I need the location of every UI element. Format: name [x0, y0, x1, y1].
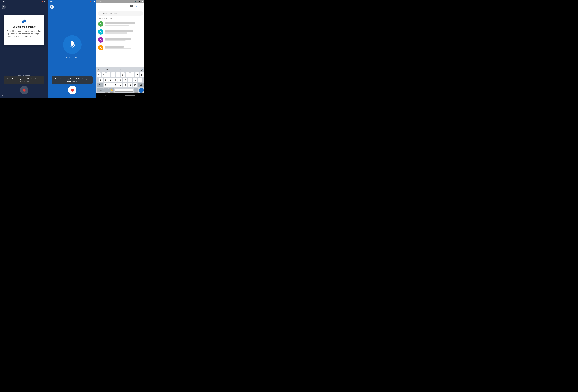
mic-icon[interactable]: 🎤: [140, 69, 144, 71]
svg-rect-1: [23, 22, 23, 23]
keyboard: › I'm I if 🎤 q w e r t y u i o p a s d f…: [96, 67, 144, 93]
key-h[interactable]: h: [123, 78, 127, 82]
key-s[interactable]: s: [103, 78, 108, 82]
toolbar-3: ✕ ⋮: [96, 3, 144, 10]
toolbar-close-button[interactable]: ✕: [98, 4, 101, 8]
svg-rect-2: [24, 22, 25, 23]
key-m[interactable]: m: [133, 83, 137, 87]
key-n[interactable]: n: [128, 83, 132, 87]
key-comma[interactable]: ,: [104, 88, 109, 92]
key-r[interactable]: r: [111, 73, 115, 77]
dialog-share-moments: Share more moments Send video or voice m…: [4, 15, 45, 45]
battery-icon-2: ▮: [94, 1, 95, 2]
key-y[interactable]: y: [121, 73, 125, 77]
microphone-icon: [69, 40, 76, 49]
ok-button[interactable]: OK: [7, 40, 41, 43]
avatar-3: A: [98, 37, 103, 42]
close-icon-1: ✕: [3, 6, 5, 8]
key-period[interactable]: .: [134, 88, 138, 92]
close-icon-2: ✕: [51, 6, 53, 8]
space-key[interactable]: [115, 89, 133, 91]
key-p[interactable]: p: [140, 73, 144, 77]
nav-down-icon[interactable]: ▾: [105, 95, 106, 97]
key-z[interactable]: z: [103, 83, 108, 87]
expand-suggestions-icon[interactable]: ›: [97, 69, 100, 71]
contact-info-1: [105, 22, 143, 26]
key-k[interactable]: k: [133, 78, 137, 82]
mic-circle[interactable]: [63, 35, 82, 54]
wifi-icon-3: ▲: [141, 1, 142, 2]
avatar-1: A: [98, 21, 103, 27]
status-icons-2: 🔕 ▲ ▮: [90, 1, 95, 2]
key-b[interactable]: b: [123, 83, 127, 87]
panel-2: 9:26 🔕 ▲ ▮ ✕ Voice message Record a mess…: [48, 0, 96, 98]
record-button-2[interactable]: [68, 86, 77, 94]
key-c[interactable]: c: [113, 83, 118, 87]
keyboard-row-4: ?123 , 😊 . ✓: [97, 88, 144, 93]
calendar-status-icon: 31: [137, 1, 138, 2]
status-time-1: 9:26: [1, 1, 4, 2]
record-tooltip-2: Record a message to send to friends! Tap…: [52, 76, 93, 84]
status-bar-1: 9:26 🔕 ▲ ▮: [0, 0, 48, 3]
toolbar-more-icon[interactable]: ⋮: [139, 4, 143, 8]
key-a[interactable]: a: [99, 78, 103, 82]
contact-item-4[interactable]: A: [96, 44, 144, 52]
wifi-icon-2: ▲: [92, 1, 93, 2]
enter-key[interactable]: ✓: [139, 88, 144, 93]
search-bar[interactable]: [98, 11, 143, 16]
contact-name-3: [105, 38, 131, 39]
section-label: CONNECT ON DUO: [96, 17, 144, 20]
suggestion-i[interactable]: I: [114, 68, 127, 71]
status-bar-2: 9:26 🔕 ▲ ▮: [48, 0, 96, 3]
key-j[interactable]: j: [128, 78, 132, 82]
key-w[interactable]: w: [101, 73, 106, 77]
key-q[interactable]: q: [97, 73, 101, 77]
key-i[interactable]: i: [130, 73, 134, 77]
svg-rect-6: [71, 41, 74, 46]
shift-key[interactable]: ⇧: [97, 83, 103, 87]
toolbar-video-icon[interactable]: [129, 4, 133, 8]
toolbar-phone-icon[interactable]: [134, 4, 138, 8]
key-g[interactable]: g: [118, 78, 123, 82]
key-l[interactable]: l: [138, 78, 142, 82]
suggestion-im[interactable]: I'm: [100, 68, 114, 71]
key-x[interactable]: x: [108, 83, 113, 87]
key-u[interactable]: u: [126, 73, 130, 77]
contact-sub-2: [105, 33, 128, 34]
contact-item-2[interactable]: A: [96, 28, 144, 36]
panel-3: 10:24 📷 31 📳 ▲ ▮ ✕ ⋮: [96, 0, 144, 98]
key-f[interactable]: f: [113, 78, 118, 82]
svg-point-5: [24, 19, 25, 20]
back-icon-1[interactable]: ‹: [2, 94, 3, 97]
contact-sub-1: [105, 25, 130, 26]
status-bar-3: 10:24 📷 31 📳 ▲ ▮: [96, 0, 144, 3]
contact-item-3[interactable]: A: [96, 36, 144, 44]
key-o[interactable]: o: [135, 73, 139, 77]
contact-info-4: [105, 46, 143, 49]
delete-key[interactable]: ⌫: [138, 83, 144, 87]
close-button-2[interactable]: ✕: [50, 5, 54, 9]
key-d[interactable]: d: [108, 78, 113, 82]
contact-name-4: [105, 46, 124, 47]
contact-sub-4: [105, 48, 131, 49]
home-indicator-3: [125, 95, 135, 96]
record-dot-1: [23, 89, 26, 91]
avatar-2: A: [98, 29, 103, 35]
suggestion-if[interactable]: if: [127, 68, 140, 71]
home-indicator-2: [67, 97, 78, 97]
contact-item-1[interactable]: A: [96, 20, 144, 28]
emoji-key[interactable]: 😊: [109, 88, 114, 92]
record-button-1[interactable]: [20, 86, 28, 94]
contact-name-1: [105, 22, 135, 24]
key-e[interactable]: e: [106, 73, 110, 77]
close-button-1[interactable]: ✕: [1, 5, 6, 9]
search-input[interactable]: [103, 12, 141, 15]
svg-point-11: [100, 12, 101, 14]
key-t[interactable]: t: [116, 73, 120, 77]
dialog-icon: [7, 18, 41, 24]
status-time-3: 10:24: [98, 1, 101, 2]
key-v[interactable]: v: [118, 83, 123, 87]
keyboard-row-1: q w e r t y u i o p: [97, 73, 144, 77]
search-icon: [100, 12, 102, 15]
key-123[interactable]: ?123: [97, 88, 104, 92]
